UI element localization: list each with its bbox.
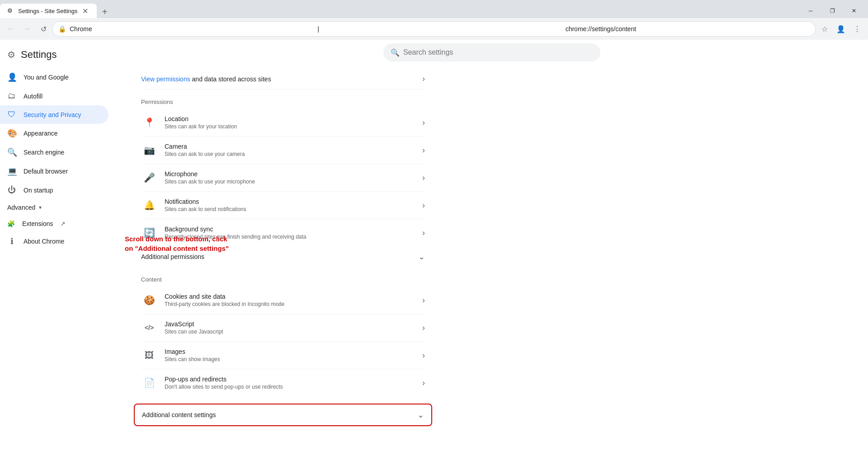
- images-subtitle: Sites can show images: [165, 356, 415, 362]
- notifications-subtitle: Sites can ask to send notifications: [165, 206, 415, 212]
- sidebar-label-autofill: Autofill: [24, 93, 42, 100]
- microphone-row[interactable]: 🎤 Microphone Sites can ask to use your m…: [134, 164, 432, 191]
- annotation-text: Scroll down to the bottom, clickon "Addi…: [125, 234, 238, 253]
- forward-button[interactable]: →: [20, 22, 34, 36]
- search-bar: 🔍: [383, 43, 600, 61]
- sidebar-label-default-browser: Default browser: [24, 168, 68, 175]
- new-tab-button[interactable]: +: [99, 5, 111, 18]
- cookies-title: Cookies and site data: [165, 293, 415, 300]
- additional-permissions-chevron-icon: ⌄: [418, 252, 425, 262]
- back-button[interactable]: ←: [4, 22, 18, 36]
- javascript-icon: </>: [141, 320, 157, 336]
- popups-row[interactable]: 📄 Pop-ups and redirects Don't allow site…: [134, 369, 432, 396]
- images-arrow-icon: ›: [422, 351, 425, 360]
- about-icon: ℹ: [7, 236, 16, 246]
- images-text: Images Sites can show images: [165, 348, 415, 362]
- extensions-icon: 🧩: [7, 220, 15, 227]
- microphone-title: Microphone: [165, 170, 415, 178]
- sidebar-item-autofill[interactable]: 🗂 Autofill: [0, 87, 108, 105]
- window-minimize-button[interactable]: ─: [800, 4, 821, 18]
- cookies-text: Cookies and site data Third-party cookie…: [165, 293, 415, 307]
- window-close-button[interactable]: ✕: [844, 4, 864, 18]
- view-permissions-row[interactable]: View permissions and data stored across …: [134, 69, 432, 89]
- javascript-subtitle: Sites can use Javascript: [165, 329, 415, 335]
- microphone-text: Microphone Sites can ask to use your mic…: [165, 170, 415, 185]
- sidebar-title: Settings: [21, 49, 57, 61]
- background-sync-arrow-icon: ›: [422, 228, 425, 238]
- sidebar-item-security-privacy[interactable]: 🛡 Security and Privacy: [0, 105, 108, 124]
- view-permissions-text: View permissions and data stored across …: [141, 75, 271, 83]
- view-permissions-arrow-icon: ›: [422, 74, 425, 84]
- browser-toolbar: ← → ↺ 🔒 Chrome | chrome://settings/conte…: [0, 18, 868, 40]
- search-input[interactable]: [403, 48, 593, 56]
- search-magnifier-icon: 🔍: [391, 48, 400, 57]
- javascript-title: JavaScript: [165, 320, 415, 328]
- sidebar-item-about-chrome[interactable]: ℹ About Chrome: [0, 232, 108, 251]
- person-icon: 👤: [7, 72, 16, 82]
- shield-icon: 🛡: [7, 110, 16, 119]
- advanced-section[interactable]: Advanced ▾: [0, 199, 116, 216]
- camera-row[interactable]: 📷 Camera Sites can ask to use your camer…: [134, 136, 432, 164]
- bookmark-button[interactable]: ☆: [817, 22, 832, 36]
- popups-icon: 📄: [141, 375, 157, 391]
- javascript-row[interactable]: </> JavaScript Sites can use Javascript …: [134, 314, 432, 341]
- extensions-label: Extensions: [22, 220, 53, 227]
- address-bar[interactable]: 🔒 Chrome | chrome://settings/content: [52, 21, 816, 37]
- camera-arrow-icon: ›: [422, 146, 425, 155]
- notifications-arrow-icon: ›: [422, 201, 425, 210]
- startup-icon: ⏻: [7, 185, 16, 195]
- view-permissions-suffix: and data stored across sites: [190, 75, 271, 83]
- permissions-section-header: Permissions: [134, 89, 432, 109]
- additional-content-settings-header[interactable]: Additional content settings ⌄: [134, 404, 432, 426]
- location-row[interactable]: 📍 Location Sites can ask for your locati…: [134, 109, 432, 136]
- additional-content-settings-chevron-icon: ⌄: [417, 410, 424, 420]
- popups-subtitle: Don't allow sites to send pop-ups or use…: [165, 384, 415, 390]
- content-section-header: Content: [134, 267, 432, 287]
- sidebar-label-you-and-google: You and Google: [24, 74, 69, 81]
- camera-title: Camera: [165, 143, 415, 150]
- tab-title: Settings - Site Settings: [18, 8, 78, 14]
- refresh-button[interactable]: ↺: [36, 22, 51, 36]
- background-sync-title: Background sync: [165, 226, 415, 233]
- location-text: Location Sites can ask for your location: [165, 115, 415, 130]
- tab-close-button[interactable]: ✕: [81, 7, 90, 15]
- address-text: |: [317, 25, 561, 33]
- menu-button[interactable]: ⋮: [850, 22, 864, 36]
- javascript-arrow-icon: ›: [422, 323, 425, 333]
- view-permissions-link[interactable]: View permissions: [141, 75, 190, 83]
- lock-icon: 🔒: [58, 25, 66, 33]
- window-restore-button[interactable]: ❐: [822, 4, 843, 18]
- address-url: chrome://settings/content: [566, 25, 810, 33]
- cookies-row[interactable]: 🍪 Cookies and site data Third-party cook…: [134, 287, 432, 314]
- sidebar-label-appearance: Appearance: [24, 130, 58, 137]
- sidebar-header: ⚙ Settings: [0, 43, 116, 68]
- location-subtitle: Sites can ask for your location: [165, 123, 415, 130]
- sidebar-label-on-startup: On startup: [24, 187, 53, 194]
- images-icon: 🖼: [141, 347, 157, 363]
- sidebar-item-default-browser[interactable]: 💻 Default browser: [0, 162, 108, 181]
- profile-button[interactable]: 👤: [834, 22, 848, 36]
- sidebar-item-on-startup[interactable]: ⏻ On startup: [0, 181, 108, 199]
- sidebar-item-appearance[interactable]: 🎨 Appearance: [0, 124, 108, 143]
- browser-tab[interactable]: ⚙ Settings - Site Settings ✕: [0, 4, 97, 18]
- search-icon: 🔍: [7, 147, 16, 157]
- popups-text: Pop-ups and redirects Don't allow sites …: [165, 376, 415, 390]
- sidebar-item-you-and-google[interactable]: 👤 You and Google: [0, 68, 108, 87]
- microphone-subtitle: Sites can ask to use your microphone: [165, 179, 415, 185]
- images-row[interactable]: 🖼 Images Sites can show images ›: [134, 342, 432, 369]
- sidebar-label-about-chrome: About Chrome: [24, 238, 64, 245]
- notifications-text: Notifications Sites can ask to send noti…: [165, 198, 415, 212]
- location-icon: 📍: [141, 114, 157, 131]
- sidebar-item-search-engine[interactable]: 🔍 Search engine: [0, 143, 108, 162]
- cookies-arrow-icon: ›: [422, 296, 425, 305]
- appearance-icon: 🎨: [7, 128, 16, 138]
- cookies-subtitle: Third-party cookies are blocked in Incog…: [165, 301, 415, 307]
- tab-favicon: ⚙: [7, 7, 14, 14]
- sidebar-item-extensions[interactable]: 🧩 Extensions ↗: [0, 216, 108, 232]
- location-arrow-icon: ›: [422, 118, 425, 127]
- external-link-icon: ↗: [60, 220, 66, 227]
- notifications-title: Notifications: [165, 198, 415, 205]
- notifications-row[interactable]: 🔔 Notifications Sites can ask to send no…: [134, 192, 432, 219]
- javascript-text: JavaScript Sites can use Javascript: [165, 320, 415, 335]
- browser-icon: 💻: [7, 166, 16, 176]
